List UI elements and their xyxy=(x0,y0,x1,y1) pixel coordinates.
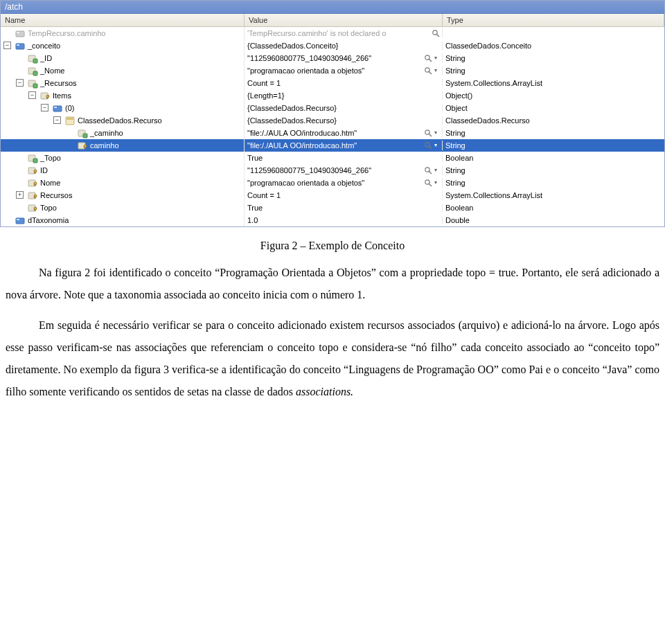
table-row[interactable]: +RecursosCount = 1System.Collections.Arr… xyxy=(1,189,664,202)
type-cell: String xyxy=(443,54,664,62)
table-row[interactable]: TempRecurso.caminho'TempRecurso.caminho'… xyxy=(1,27,664,39)
table-row[interactable]: −Items{Length=1}Object() xyxy=(1,89,664,102)
table-row[interactable]: _caminho"file:/./AULA OO/introducao.htm"… xyxy=(1,127,664,139)
name-cell[interactable]: _ID xyxy=(1,52,245,64)
value-cell[interactable]: 'TempRecurso.caminho' is not declared o xyxy=(245,28,443,38)
dropdown-arrow-icon[interactable]: ▾ xyxy=(434,55,440,61)
column-header-type[interactable]: Type xyxy=(443,14,664,26)
panel-titlebar[interactable]: /atch xyxy=(1,1,664,14)
row-name-label: ID xyxy=(40,166,48,175)
dropdown-arrow-icon[interactable]: ▾ xyxy=(434,129,440,136)
type-cell: ClassedeDados.Recurso xyxy=(443,116,664,125)
type-cell: String xyxy=(443,166,664,175)
collapse-toggle[interactable]: − xyxy=(41,104,48,111)
name-cell[interactable]: dTaxonomia xyxy=(1,214,245,226)
var-blue-icon xyxy=(15,215,26,226)
row-name-label: Topo xyxy=(40,204,57,212)
toggle-placeholder xyxy=(16,54,24,62)
magnifier-icon[interactable] xyxy=(423,128,433,138)
table-row[interactable]: _ID"1125960800775_1049030946_266"▾String xyxy=(1,52,664,64)
table-row[interactable]: −_RecursosCount = 1System.Collections.Ar… xyxy=(1,77,664,89)
collapse-toggle[interactable]: − xyxy=(28,91,36,99)
row-value-text: {ClassedeDados.Recurso} xyxy=(247,116,337,125)
table-row[interactable]: _Nome"programacao orientada a objetos"▾S… xyxy=(1,64,664,77)
table-row[interactable]: dTaxonomia1.0Double xyxy=(1,214,664,226)
row-value-text: {Length=1} xyxy=(247,91,285,100)
row-name-label: Items xyxy=(53,91,71,100)
table-row[interactable]: Nome"programacao orientada a objetos"▾St… xyxy=(1,177,664,189)
name-cell[interactable]: Nome xyxy=(1,177,245,189)
value-cell[interactable]: 1.0 xyxy=(245,216,443,224)
paragraph-1: Na figura 2 foi identificado o conceito … xyxy=(6,262,659,306)
table-row[interactable]: −(0){ClassedeDados.Recurso}Object xyxy=(1,102,664,114)
class-icon xyxy=(64,115,76,126)
value-cell[interactable]: True xyxy=(245,154,443,162)
table-row[interactable]: −_conceito{ClassedeDados.Conceito}Classe… xyxy=(1,39,664,52)
magnifier-icon[interactable] xyxy=(423,66,433,75)
table-row[interactable]: −ClassedeDados.Recurso{ClassedeDados.Rec… xyxy=(1,114,664,127)
name-cell[interactable]: −_Recursos xyxy=(1,77,245,89)
value-cell[interactable]: Count = 1 xyxy=(245,191,443,199)
table-row[interactable]: ID"1125960800775_1049030946_266"▾String xyxy=(1,164,664,177)
row-value-text: 'TempRecurso.caminho' is not declared o xyxy=(247,29,386,37)
table-row[interactable]: caminho"file:/./AULA OO/introducao.htm"▾… xyxy=(1,139,664,152)
column-header-value[interactable]: Value xyxy=(245,14,443,26)
row-name-label: _ID xyxy=(40,54,52,62)
magnifier-icon[interactable] xyxy=(431,28,441,38)
name-cell[interactable]: −Items xyxy=(1,89,245,102)
field-icon xyxy=(77,127,88,138)
type-cell: ClassedeDados.Conceito xyxy=(443,42,664,50)
row-name-label: _conceito xyxy=(28,42,60,50)
prop-icon xyxy=(27,202,38,213)
column-header-name[interactable]: Name xyxy=(1,14,245,26)
name-cell[interactable]: −_conceito xyxy=(1,39,245,52)
collapse-toggle[interactable]: − xyxy=(53,116,61,124)
name-cell[interactable]: ID xyxy=(1,164,245,177)
collapse-toggle[interactable]: − xyxy=(3,42,11,49)
value-cell[interactable]: {ClassedeDados.Conceito} xyxy=(245,42,443,50)
magnifier-icon[interactable] xyxy=(423,166,433,175)
name-cell[interactable]: _caminho xyxy=(1,127,245,139)
row-name-label: (0) xyxy=(65,104,74,112)
name-cell[interactable]: caminho xyxy=(1,139,245,152)
value-cell[interactable]: "programacao orientada a objetos"▾ xyxy=(245,178,443,188)
dropdown-arrow-icon[interactable]: ▾ xyxy=(434,179,440,186)
value-cell[interactable]: "1125960800775_1049030946_266"▾ xyxy=(245,166,443,175)
collapse-toggle[interactable]: − xyxy=(16,79,24,87)
value-cell[interactable]: "programacao orientada a objetos"▾ xyxy=(245,66,443,75)
row-value-text: {ClassedeDados.Conceito} xyxy=(247,42,338,50)
magnifier-icon[interactable] xyxy=(423,178,433,188)
row-name-label: dTaxonomia xyxy=(28,216,69,224)
row-name-label: _Nome xyxy=(40,66,64,75)
magnifier-icon[interactable] xyxy=(423,53,433,63)
watch-rows: TempRecurso.caminho'TempRecurso.caminho'… xyxy=(1,27,664,226)
row-value-text: 1.0 xyxy=(247,216,258,224)
value-cell[interactable]: {ClassedeDados.Recurso} xyxy=(245,116,443,125)
name-cell[interactable]: −(0) xyxy=(1,102,245,114)
value-cell[interactable]: True xyxy=(245,204,443,212)
row-value-text: "1125960800775_1049030946_266" xyxy=(247,54,371,62)
name-cell[interactable]: −ClassedeDados.Recurso xyxy=(1,114,245,127)
value-cell[interactable]: Count = 1 xyxy=(245,79,443,87)
name-cell[interactable]: Topo xyxy=(1,202,245,214)
value-cell[interactable]: "file:/./AULA OO/introducao.htm"▾ xyxy=(245,128,443,138)
var-blue-icon xyxy=(52,102,63,114)
dropdown-arrow-icon[interactable]: ▾ xyxy=(434,67,440,73)
table-row[interactable]: _TopoTrueBoolean xyxy=(1,152,664,164)
value-cell[interactable]: {Length=1} xyxy=(245,91,443,100)
value-cell[interactable]: "1125960800775_1049030946_266"▾ xyxy=(245,53,443,63)
name-cell[interactable]: +Recursos xyxy=(1,189,245,202)
name-cell[interactable]: _Topo xyxy=(1,152,245,164)
expand-toggle[interactable]: + xyxy=(16,191,24,199)
name-cell[interactable]: TempRecurso.caminho xyxy=(1,27,245,39)
value-cell[interactable]: "file:/./AULA OO/introducao.htm"▾ xyxy=(245,141,443,150)
var-blue-icon xyxy=(15,40,26,51)
type-cell: String xyxy=(443,179,664,187)
dropdown-arrow-icon[interactable]: ▾ xyxy=(434,167,440,173)
name-cell[interactable]: _Nome xyxy=(1,64,245,77)
dropdown-arrow-icon[interactable]: ▾ xyxy=(434,142,440,148)
table-row[interactable]: TopoTrueBoolean xyxy=(1,202,664,214)
prop-icon xyxy=(27,190,38,201)
value-cell[interactable]: {ClassedeDados.Recurso} xyxy=(245,104,443,112)
magnifier-icon[interactable] xyxy=(423,141,433,150)
